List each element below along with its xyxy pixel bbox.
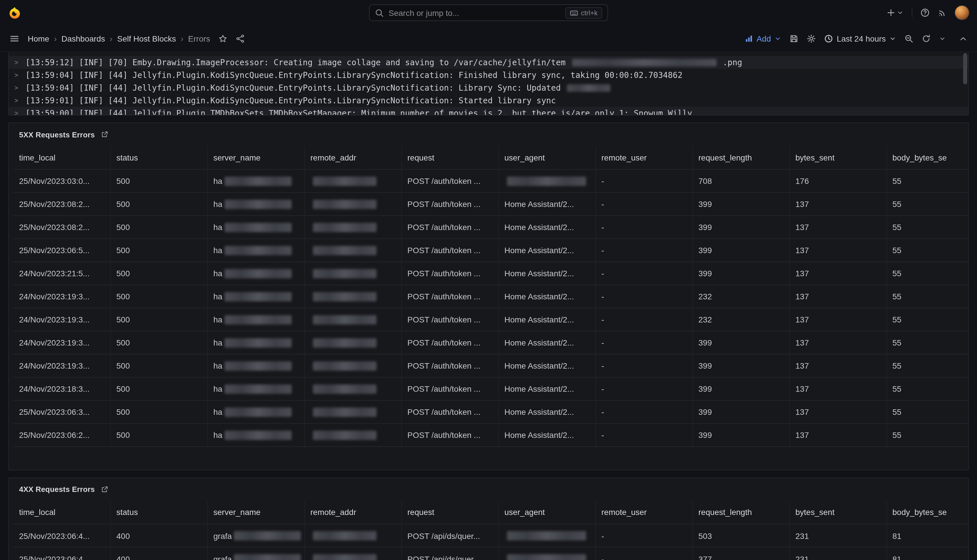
time-range-picker[interactable]: Last 24 hours [824, 34, 896, 43]
panel-title: 4XX Requests Errors [19, 485, 95, 493]
column-header-body_bytes_se[interactable]: body_bytes_se [886, 501, 968, 524]
refresh-interval-dropdown[interactable] [939, 35, 946, 42]
clock-icon [824, 34, 833, 43]
redacted-value [225, 292, 292, 301]
column-header-request_length[interactable]: request_length [692, 146, 789, 169]
save-dashboard-button[interactable] [789, 34, 799, 43]
breadcrumb-item-self-host-blocks[interactable]: Self Host Blocks [117, 34, 176, 43]
cell-body_bytes_se: 55 [886, 192, 968, 215]
column-header-body_bytes_se[interactable]: body_bytes_se [886, 146, 968, 169]
column-header-status[interactable]: status [110, 146, 207, 169]
cell-time_local: 24/Nov/2023:19:3... [13, 285, 110, 308]
cell-time_local: 25/Nov/2023:06:5... [13, 238, 110, 262]
log-line[interactable]: >[13:59:04] [INF] [44] Jellyfin.Plugin.K… [9, 82, 968, 94]
add-label: Add [757, 34, 771, 43]
search-input[interactable]: Search or jump to... ctrl+k [369, 4, 608, 21]
user-profile-button[interactable] [955, 6, 969, 20]
cell-user_agent: Home Assistant/2... [499, 308, 595, 331]
table-row: 25/Nov/2023:06:5...500haPOST /auth/token… [13, 238, 968, 262]
cell-remote_user: - [595, 192, 692, 215]
cell-remote_addr [304, 547, 401, 560]
expand-log-chevron-icon[interactable]: > [15, 59, 20, 66]
column-header-request_length[interactable]: request_length [692, 501, 789, 524]
chevron-right-icon: › [54, 33, 57, 43]
add-panel-button[interactable]: Add [745, 34, 781, 43]
dashboard-settings-button[interactable] [807, 34, 816, 43]
column-header-bytes_sent[interactable]: bytes_sent [789, 146, 886, 169]
column-header-request[interactable]: request [401, 146, 499, 169]
column-header-remote_addr[interactable]: remote_addr [304, 501, 401, 524]
column-header-time_local[interactable]: time_local [13, 146, 110, 169]
rss-icon [938, 8, 947, 17]
cell-user_agent: Home Assistant/2... [499, 285, 595, 308]
log-line[interactable]: >[13:59:04] [INF] [44] Jellyfin.Plugin.K… [9, 69, 968, 82]
cell-bytes_sent: 137 [789, 215, 886, 238]
external-link-icon[interactable] [100, 485, 108, 493]
cell-status: 400 [110, 547, 207, 560]
column-header-request[interactable]: request [401, 501, 499, 524]
redacted-value [313, 177, 376, 186]
redacted-value [225, 177, 292, 186]
cell-body_bytes_se: 81 [886, 547, 968, 560]
cell-status: 500 [110, 354, 207, 377]
help-button[interactable] [920, 8, 930, 17]
expand-log-chevron-icon[interactable]: > [15, 97, 20, 104]
collapse-controls-button[interactable] [959, 34, 968, 43]
log-line[interactable]: >[13:59:12] [INF] [70] Emby.Drawing.Imag… [9, 56, 968, 69]
redacted-value [225, 361, 292, 370]
log-line[interactable]: >[13:59:00] [INF] [44] Jellyfin.Plugin.T… [9, 107, 968, 115]
cell-request_length: 232 [692, 308, 789, 331]
cell-time_local: 25/Nov/2023:06:3... [13, 400, 110, 423]
column-header-status[interactable]: status [110, 501, 207, 524]
redacted-value [313, 407, 376, 417]
zoom-out-button[interactable] [904, 34, 914, 43]
cell-bytes_sent: 137 [789, 423, 886, 446]
cell-request_length: 503 [692, 524, 789, 547]
redacted-value [225, 223, 292, 232]
redacted-value [313, 430, 376, 440]
expand-log-chevron-icon[interactable]: > [15, 84, 20, 91]
mega-menu-toggle[interactable] [9, 33, 20, 43]
panel-4xx-requests-errors: 4XX Requests Errors time_localstatusserv… [8, 477, 969, 560]
chevron-down-icon [897, 9, 904, 16]
chevron-down-icon [939, 35, 946, 42]
column-header-user_agent[interactable]: user_agent [499, 146, 595, 169]
share-dashboard-button[interactable] [235, 34, 245, 43]
column-header-server_name[interactable]: server_name [207, 501, 304, 524]
column-header-user_agent[interactable]: user_agent [499, 501, 595, 524]
news-button[interactable] [938, 8, 947, 17]
cell-time_local: 24/Nov/2023:21:5... [13, 262, 110, 285]
redacted-value [313, 223, 376, 232]
time-range-label: Last 24 hours [837, 34, 886, 43]
favorite-dashboard-button[interactable] [218, 34, 227, 43]
cell-time_local: 24/Nov/2023:19:3... [13, 331, 110, 354]
expand-log-chevron-icon[interactable]: > [15, 110, 20, 115]
column-header-remote_addr[interactable]: remote_addr [304, 146, 401, 169]
column-header-time_local[interactable]: time_local [13, 501, 110, 524]
panel-header[interactable]: 5XX Requests Errors [9, 123, 968, 146]
cell-status: 500 [110, 400, 207, 423]
graph-bar-icon [745, 34, 753, 42]
expand-log-chevron-icon[interactable]: > [15, 72, 20, 78]
breadcrumb: Home›Dashboards›Self Host Blocks›Errors [28, 33, 210, 43]
cell-bytes_sent: 231 [789, 547, 886, 560]
column-header-server_name[interactable]: server_name [207, 146, 304, 169]
logs-scrollbar[interactable] [963, 53, 967, 84]
cell-request_length: 708 [692, 169, 789, 192]
column-header-remote_user[interactable]: remote_user [595, 146, 692, 169]
table-row: 24/Nov/2023:19:3...500haPOST /auth/token… [13, 308, 968, 331]
refresh-button[interactable] [922, 34, 931, 43]
external-link-icon[interactable] [100, 130, 108, 138]
column-header-bytes_sent[interactable]: bytes_sent [789, 501, 886, 524]
breadcrumb-item-dashboards[interactable]: Dashboards [62, 34, 105, 43]
new-menu-button[interactable] [886, 8, 904, 17]
panel-header[interactable]: 4XX Requests Errors [9, 478, 968, 501]
cell-remote_addr [304, 354, 401, 377]
breadcrumb-item-home[interactable]: Home [28, 34, 49, 43]
search-placeholder: Search or jump to... [388, 8, 561, 17]
breadcrumb-item-errors[interactable]: Errors [188, 34, 210, 43]
log-line[interactable]: >[13:59:01] [INF] [44] Jellyfin.Plugin.K… [9, 94, 968, 107]
column-header-remote_user[interactable]: remote_user [595, 501, 692, 524]
cell-server_name: ha [207, 169, 304, 192]
grafana-logo[interactable] [8, 6, 22, 19]
